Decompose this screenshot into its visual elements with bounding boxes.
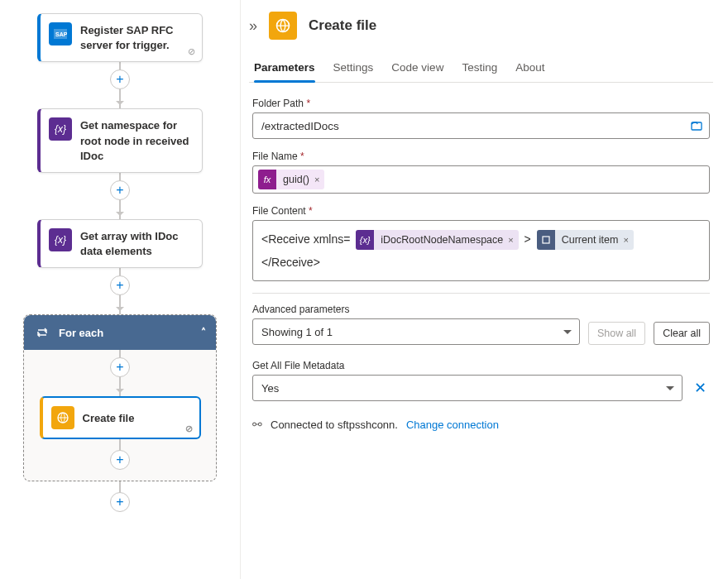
node-label: Get namespace for root node in received … [80,117,194,164]
add-step-button[interactable]: + [110,357,130,377]
current-item-token[interactable]: Current item × [537,230,634,250]
node-get-namespace[interactable]: {x} Get namespace for root node in recei… [37,108,203,173]
folder-picker-icon[interactable] [688,117,705,134]
field-file-name: File Name * fx guid() × [252,151,710,194]
panel-title: Create file [309,17,376,34]
tab-about[interactable]: About [515,55,544,82]
add-step-button[interactable]: + [110,450,130,470]
metadata-row: Yes ✕ [252,375,710,401]
show-all-button[interactable]: Show all [588,322,645,345]
add-step-button[interactable]: + [110,69,130,89]
detail-panel: » Create file Parameters Settings Code v… [240,0,728,579]
variable-icon: {x} [49,117,72,141]
link-icon: ⚯ [252,418,262,431]
divider [252,293,710,294]
foreach-label: For each [59,327,103,339]
tab-settings[interactable]: Settings [333,55,374,82]
change-connection-link[interactable]: Change connection [406,419,499,431]
designer-canvas: SAP Register SAP RFC server for trigger.… [0,0,240,579]
connection-row: ⚯ Connected to sftpsshconn. Change conne… [252,418,713,431]
fx-token[interactable]: fx guid() × [258,170,324,189]
panel-header: » Create file [249,12,713,40]
field-file-content: File Content * <Receive xmlns= {x} iDocR… [252,205,710,281]
foreach-container[interactable]: For each ˄ + Create file ⊘ + [23,314,217,481]
tab-bar: Parameters Settings Code view Testing Ab… [249,55,713,83]
clear-all-button[interactable]: Clear all [654,322,710,345]
connector: + [0,62,240,108]
connector: + [0,481,240,511]
file-content-input[interactable]: <Receive xmlns= {x} iDocRootNodeNamespac… [252,220,710,281]
variable-icon: {x} [49,228,72,251]
sftp-icon [269,12,297,40]
connector: + [24,350,216,396]
tab-testing[interactable]: Testing [462,55,497,82]
svg-text:SAP: SAP [55,31,67,37]
tab-parameters[interactable]: Parameters [254,55,315,82]
metadata-select[interactable]: Yes [252,375,682,401]
svg-rect-5 [543,237,549,243]
fx-icon: fx [258,170,276,189]
folder-path-input[interactable] [252,112,710,139]
advanced-params-row: Showing 1 of 1 Show all Clear all [252,318,710,345]
link-icon: ⊘ [188,45,195,58]
field-label: File Name * [252,151,710,162]
remove-token-icon[interactable]: × [314,175,324,184]
sap-icon: SAP [49,22,72,45]
add-step-button[interactable]: + [110,492,130,512]
file-name-input[interactable]: fx guid() × [252,165,710,194]
add-step-button[interactable]: + [110,180,130,200]
node-create-file[interactable]: Create file ⊘ [40,396,201,439]
field-label: File Content * [252,205,710,217]
connector: + [24,439,216,469]
advanced-params-label: Advanced parameters [252,304,710,315]
loop-icon [34,324,50,341]
connection-text: Connected to sftpsshconn. [271,419,398,431]
metadata-label: Get All File Metadata [252,360,710,371]
foreach-header[interactable]: For each ˄ [24,315,216,350]
chevron-up-icon: ˄ [201,327,206,338]
remove-token-icon[interactable]: × [508,228,518,251]
remove-token-icon[interactable]: × [623,228,633,251]
variable-token[interactable]: {x} iDocRootNodeNamespace × [356,230,518,250]
field-label: Folder Path * [252,98,710,109]
node-label: Register SAP RFC server for trigger. [80,22,194,53]
node-label: Create file [83,412,135,424]
link-icon: ⊘ [185,423,193,434]
node-get-array[interactable]: {x} Get array with IDoc data elements [37,219,203,268]
item-icon [537,230,555,250]
node-label: Get array with IDoc data elements [80,228,194,259]
add-step-button[interactable]: + [110,275,130,295]
tab-code-view[interactable]: Code view [391,55,443,82]
field-folder-path: Folder Path * [252,98,710,139]
variable-icon: {x} [356,230,374,250]
connector: + [0,268,240,314]
node-register-sap[interactable]: SAP Register SAP RFC server for trigger.… [37,13,203,62]
sftp-icon [51,406,74,429]
connector: + [0,173,240,219]
remove-param-button[interactable]: ✕ [691,376,710,400]
advanced-params-select[interactable]: Showing 1 of 1 [252,318,580,345]
collapse-panel-button[interactable]: » [249,12,264,40]
